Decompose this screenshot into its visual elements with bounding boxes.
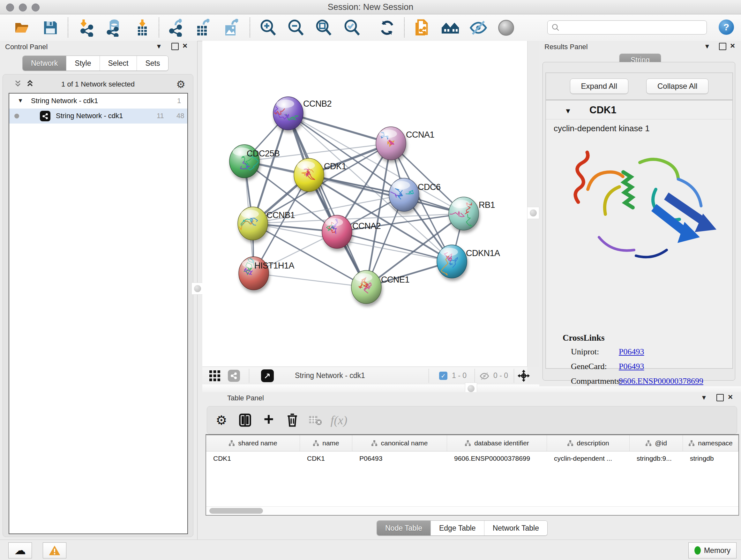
table-cell[interactable]: CDK1 (206, 451, 300, 465)
network-edge[interactable] (288, 113, 391, 143)
toolbar-separator (158, 17, 159, 37)
string-home-button[interactable] (441, 19, 460, 37)
table-cell[interactable]: stringdb (683, 451, 738, 465)
memory-button[interactable]: Memory (688, 543, 737, 558)
panel-menu-icon[interactable]: ▼ (704, 43, 711, 50)
crosslink-label: GeneCard: (571, 362, 607, 371)
create-column-button[interactable]: + (260, 412, 277, 429)
crosslink-label: Compartments: (571, 376, 622, 386)
panel-float-icon[interactable] (717, 394, 724, 403)
import-table-button[interactable] (133, 19, 152, 37)
table-settings-button[interactable]: ⚙ (213, 412, 230, 429)
network-view[interactable]: CCNB2CCNA1CDC25BCDK1CDC6RB1CCNB1CCNA2CDK… (202, 41, 527, 367)
collapse-all-button[interactable]: Collapse All (646, 78, 709, 94)
tab-select[interactable]: Select (99, 56, 137, 71)
network-node-CDKN1A[interactable]: CDKN1A (437, 245, 500, 278)
network-node-CDK1[interactable]: CDK1 (294, 159, 346, 192)
network-node-CCNA2[interactable]: CCNA2 (322, 215, 381, 248)
tab-sets[interactable]: Sets (137, 56, 168, 71)
export-network-button[interactable] (166, 19, 186, 37)
export-image-icon (222, 19, 240, 37)
zoom-selected-button[interactable] (342, 19, 361, 37)
network-edge[interactable] (288, 113, 366, 287)
table-cell[interactable]: stringdb:9... (630, 451, 683, 465)
table-cell[interactable]: P06493 (352, 451, 447, 465)
panel-menu-icon[interactable]: ▼ (701, 394, 707, 401)
crosslink-row: GeneCard: P06493 (571, 362, 724, 376)
hide-results-button[interactable] (469, 19, 488, 37)
gene-header-row[interactable]: ▼ CDK1 (546, 101, 732, 119)
expand-all-button[interactable]: Expand All (570, 78, 628, 94)
panel-menu-icon[interactable]: ▼ (156, 43, 162, 50)
warnings-button[interactable] (43, 543, 66, 558)
hidden-count: 0 - 0 (493, 371, 508, 380)
table-cell[interactable]: cyclin-dependent ... (547, 451, 630, 465)
network-node-CCNB2[interactable]: CCNB2 (267, 97, 332, 130)
column-header[interactable]: name (300, 435, 352, 451)
network-node-RB1[interactable]: RB1 (447, 197, 495, 230)
share-document-button[interactable] (412, 19, 431, 37)
network-node-CCNE1[interactable]: CCNE1 (351, 270, 409, 304)
table-cell[interactable]: CDK1 (300, 451, 352, 465)
column-header[interactable]: canonical name (352, 435, 447, 451)
refresh-layout-button[interactable] (378, 19, 397, 37)
tab-edge-table[interactable]: Edge Table (430, 521, 484, 536)
network-node-CCNA1[interactable]: CCNA1 (376, 127, 434, 160)
import-network-database-button[interactable] (104, 19, 123, 37)
export-image-button[interactable] (221, 19, 241, 37)
panel-float-icon[interactable] (719, 43, 726, 52)
delete-column-button[interactable] (284, 412, 301, 429)
disclosure-triangle-icon[interactable]: ▼ (17, 98, 23, 104)
show-overview-button[interactable] (496, 19, 516, 37)
splitter-handle[interactable] (192, 283, 204, 295)
network-edge[interactable] (309, 175, 464, 213)
crosslink-link[interactable]: P06493 (619, 362, 644, 371)
panel-close-icon[interactable]: × (730, 43, 735, 49)
import-network-file-button[interactable] (77, 19, 96, 37)
zoom-in-button[interactable] (259, 19, 278, 37)
disclosure-triangle-icon[interactable]: ▼ (564, 107, 571, 115)
tab-style[interactable]: Style (66, 56, 99, 71)
column-header[interactable]: namespace (683, 435, 738, 451)
panel-float-icon[interactable] (172, 43, 179, 52)
table-h-scrollbar[interactable] (206, 506, 738, 515)
search-input[interactable] (560, 23, 698, 32)
table-row[interactable]: CDK1CDK1P064939606.ENSP00000378699cyclin… (206, 451, 738, 465)
network-collection-row[interactable]: ▼ String Network - cdk1 1 (9, 94, 187, 109)
network-edge[interactable] (254, 273, 366, 287)
column-header[interactable]: @id (630, 435, 683, 451)
cloud-button[interactable]: ☁ (8, 543, 32, 558)
show-columns-button[interactable] (237, 412, 254, 429)
string-view-button[interactable] (226, 368, 242, 383)
tab-network[interactable]: Network (23, 56, 66, 71)
open-in-new-window-button[interactable] (259, 368, 276, 383)
open-session-button[interactable] (13, 19, 32, 37)
tab-network-table[interactable]: Network Table (484, 521, 547, 536)
column-header[interactable]: database identifier (447, 435, 547, 451)
network-node-HIST1H1A[interactable]: HIST1H1A (239, 257, 294, 290)
function-builder-button[interactable]: f(x) (330, 412, 347, 429)
splitter-handle[interactable] (527, 207, 539, 219)
network-row[interactable]: String Network - cdk1 11 48 (9, 109, 187, 124)
zoom-out-button[interactable] (286, 19, 306, 37)
tab-node-table[interactable]: Node Table (377, 521, 430, 536)
export-table-button[interactable] (193, 19, 212, 37)
column-header[interactable]: shared name (206, 435, 300, 451)
search-field[interactable] (547, 20, 707, 35)
scrollbar-thumb[interactable] (209, 508, 263, 514)
table-cell[interactable]: 9606.ENSP00000378699 (447, 451, 547, 465)
crosslink-link[interactable]: P06493 (619, 347, 644, 357)
help-button[interactable]: ? (719, 19, 734, 35)
selected-checkbox-icon[interactable]: ✓ (439, 372, 448, 380)
column-edit-icon (465, 440, 471, 446)
column-header[interactable]: description (547, 435, 630, 451)
crosslink-link[interactable]: 9606.ENSP00000378699 (619, 376, 703, 386)
birdseye-view-button[interactable] (207, 368, 223, 383)
gear-icon[interactable]: ⚙ (176, 78, 185, 90)
panel-close-icon[interactable]: × (728, 394, 733, 400)
zoom-fit-button[interactable] (314, 19, 333, 37)
save-session-button[interactable] (41, 19, 60, 37)
fit-content-button[interactable] (516, 368, 532, 383)
panel-close-icon[interactable]: × (183, 43, 187, 49)
clear-table-button[interactable] (307, 412, 324, 429)
